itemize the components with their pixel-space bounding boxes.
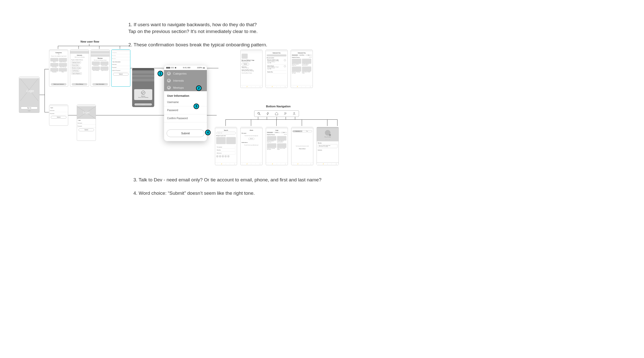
nav-search-icon[interactable]: ⌕: [293, 163, 294, 165]
card-label[interactable]: Yoga for the soul: [100, 70, 108, 71]
login-username[interactable]: Username: [49, 109, 68, 112]
nav-profile-icon[interactable]: ◯: [259, 163, 260, 165]
card-label[interactable]: Rock Climbing: [92, 70, 100, 71]
nav-group-icon[interactable]: ♢: [306, 163, 307, 165]
nav-home-icon[interactable]: ⌂: [276, 163, 277, 165]
nav-bolt-icon[interactable]: ⚡: [297, 163, 298, 165]
nav-search-icon[interactable]: ⌕: [268, 86, 268, 87]
nav-profile-icon[interactable]: ◯: [285, 86, 286, 87]
info-icon[interactable]: [284, 59, 286, 61]
username-field[interactable]: Username: [111, 63, 130, 66]
nav-home-icon[interactable]: ⌂: [327, 163, 328, 165]
nav-bolt-icon[interactable]: ⚡: [323, 163, 324, 165]
nav-search-icon[interactable]: ⌕: [217, 163, 217, 165]
step-meetups[interactable]: Meetups: [173, 86, 184, 89]
chip[interactable]: Spinning Classes: [71, 61, 81, 63]
group-item[interactable]: Watchlist: [217, 149, 221, 151]
grid-tile-label[interactable]: Indoor Soccer Youth league: [302, 72, 311, 74]
tab-past[interactable]: Past: [302, 131, 312, 132]
confirm-password-input[interactable]: Confirm Password: [164, 114, 207, 122]
nav-bolt-icon[interactable]: ⚡: [246, 86, 248, 87]
group-item[interactable]: Influencers: [217, 152, 222, 154]
chip[interactable]: Trail Running: [71, 70, 79, 72]
nav-profile-icon[interactable]: ◯: [285, 163, 286, 165]
login-link[interactable]: Log In: [19, 110, 39, 111]
find-event-link[interactable]: Find an Event: [292, 148, 312, 149]
see-all-button[interactable]: See all: [248, 138, 254, 140]
nav-search-icon[interactable]: ⌕: [319, 163, 319, 165]
nav-home-icon[interactable]: ⌂: [251, 86, 251, 87]
nav-group-icon[interactable]: ♢: [331, 163, 332, 165]
login2-submit[interactable]: Submit: [79, 128, 94, 131]
grid-tile-label[interactable]: Not your mother's yoga class: [292, 64, 301, 66]
nav-profile-icon[interactable]: ◯: [259, 86, 260, 87]
nav-group-icon[interactable]: ♢: [255, 163, 256, 165]
nav-group-icon[interactable]: ♢: [280, 86, 281, 87]
home-icon[interactable]: [275, 112, 278, 115]
login2-username[interactable]: Username: [77, 122, 96, 125]
tile-label[interactable]: Hospitality: [50, 72, 58, 73]
nav-search-icon[interactable]: ⌕: [268, 163, 268, 165]
tile-label[interactable]: Music: [59, 72, 67, 73]
login-password[interactable]: Password: [49, 112, 68, 115]
nav-profile-icon[interactable]: ◯: [336, 163, 337, 165]
profile-tab[interactable]: ○: [327, 139, 328, 140]
interests-cta[interactable]: Find a Meetup: [72, 83, 87, 85]
nav-group-icon[interactable]: ♢: [280, 163, 281, 165]
step-categories[interactable]: Categories: [173, 72, 186, 75]
submit-button[interactable]: Submit: [167, 129, 204, 137]
nav-home-icon[interactable]: ⌂: [301, 86, 302, 87]
home-tile[interactable]: Indoor Soccer Youth league: [277, 148, 286, 150]
grid-tile-label[interactable]: Endurance Training open gym: [292, 72, 301, 74]
edit-avatar-icon[interactable]: +: [329, 134, 331, 136]
nav-bolt-icon[interactable]: ⚡: [221, 163, 222, 165]
chip[interactable]: Fitness Clubs: [71, 64, 79, 66]
tile-label[interactable]: Sports: [50, 61, 58, 62]
search-input[interactable]: Search City: [216, 132, 236, 134]
sign-up-button[interactable]: Sign Up: [21, 107, 38, 109]
nav-home-icon[interactable]: ⌂: [276, 86, 277, 87]
group-icon[interactable]: [284, 112, 287, 115]
nav-profile-icon[interactable]: ◯: [310, 86, 311, 87]
info-icon[interactable]: [284, 65, 286, 67]
nav-bolt-icon[interactable]: ⚡: [272, 86, 273, 87]
rec-item-title[interactable]: Shuttle Run: [267, 71, 286, 73]
nav-bolt-icon[interactable]: ⚡: [246, 163, 248, 165]
search-icon[interactable]: [257, 112, 261, 115]
nav-bolt-icon[interactable]: ⚡: [272, 163, 273, 165]
home-tile[interactable]: Love Handles A spinning class: [277, 141, 286, 143]
nav-bolt-icon[interactable]: ⚡: [297, 86, 298, 87]
nav-search-icon[interactable]: ⌕: [242, 163, 243, 165]
bolt-icon[interactable]: [266, 112, 270, 115]
tile-label[interactable]: Urban Planning: [59, 67, 67, 68]
nav-home-icon[interactable]: ⌂: [251, 163, 251, 165]
chip[interactable]: Yoga for Beginners: [71, 72, 82, 75]
profile-tab[interactable]: ○: [326, 139, 327, 140]
recommended-header[interactable]: Selected City: [266, 51, 287, 54]
confirm-field[interactable]: Confirm Password: [111, 69, 130, 72]
nav-profile-icon[interactable]: ◯: [310, 163, 311, 165]
nav-group-icon[interactable]: ♢: [255, 86, 256, 87]
city-header[interactable]: Selected City: [291, 51, 313, 54]
tile-label[interactable]: Technology: [50, 67, 58, 68]
nav-group-icon[interactable]: ♢: [305, 86, 306, 87]
see-all-link[interactable]: see all: [309, 57, 312, 58]
password-field[interactable]: Password: [111, 66, 130, 69]
card-label[interactable]: City Spinning: [92, 65, 100, 66]
categories-cta[interactable]: Select your interests: [51, 83, 66, 85]
home-tile[interactable]: Endurance Training open gym: [267, 148, 276, 150]
chip[interactable]: Marathon Training: [71, 67, 81, 69]
tile-label[interactable]: Health & Fitness: [59, 61, 67, 62]
submit-button[interactable]: Submit: [113, 73, 129, 76]
tab-upcoming[interactable]: Upcoming: [293, 131, 302, 132]
success-submit[interactable]: Submit: [134, 103, 152, 106]
meetups-cta[interactable]: User Information: [92, 83, 108, 85]
nav-search-icon[interactable]: ⌕: [242, 86, 243, 87]
nav-profile-icon[interactable]: ◯: [234, 163, 235, 165]
nav-home-icon[interactable]: ⌂: [302, 163, 302, 165]
profile-icon[interactable]: [292, 112, 296, 115]
login-submit[interactable]: Submit: [51, 116, 66, 119]
step-interests[interactable]: Interests: [173, 79, 184, 82]
nav-search-icon[interactable]: ⌕: [293, 86, 293, 87]
profile-tab[interactable]: ○: [329, 139, 330, 140]
